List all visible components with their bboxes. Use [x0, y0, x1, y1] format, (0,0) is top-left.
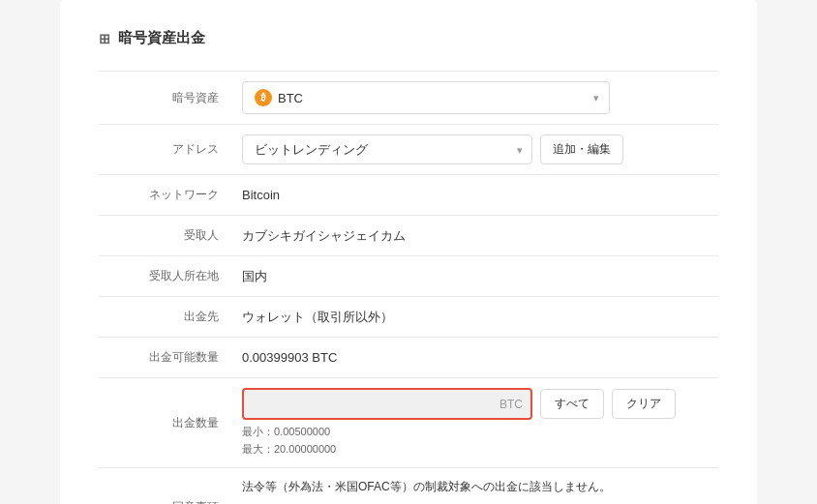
btc-icon: ₿ [255, 89, 272, 106]
label-recipient-location: 受取人所在地 [99, 256, 234, 297]
amount-input-row: BTC すべて クリア [242, 388, 711, 420]
value-crypto: ₿ BTC ▾ [234, 72, 718, 125]
table-row: 出金先 ウォレット（取引所以外） [99, 297, 718, 338]
crypto-arrow-icon: ▾ [593, 92, 599, 104]
label-network: ネットワーク [99, 175, 234, 216]
page-title: ⊞ 暗号資産出金 [99, 29, 718, 47]
value-withdrawal-dest: ウォレット（取引所以外） [234, 297, 718, 338]
label-address: アドレス [99, 125, 234, 175]
min-limit: 最小：0.00500000 [242, 424, 711, 441]
address-select[interactable]: ビットレンディング [242, 134, 532, 164]
crypto-selected-value: BTC [278, 91, 303, 105]
value-recipient-location: 国内 [234, 256, 718, 297]
label-available-amount: 出金可能数量 [99, 338, 234, 378]
label-agree: 同意事項 [99, 468, 234, 504]
form-table: 暗号資産 ₿ BTC ▾ アドレス ビットレンディング [99, 71, 718, 504]
table-row: 受取人 カブシキガイシャジェイカム [99, 216, 718, 256]
value-agree: 法令等（外為法・米国OFAC等）の制裁対象への出金に該当しません。 確約します [234, 468, 718, 504]
crypto-select[interactable]: ₿ BTC ▾ [242, 81, 610, 114]
add-edit-button[interactable]: 追加・編集 [540, 134, 623, 164]
value-recipient: カブシキガイシャジェイカム [234, 216, 718, 256]
clear-button[interactable]: クリア [612, 389, 676, 419]
page-title-text: 暗号資産出金 [118, 29, 205, 47]
label-crypto: 暗号資産 [99, 72, 234, 125]
all-button[interactable]: すべて [540, 389, 604, 419]
table-row: 出金可能数量 0.00399903 BTC [99, 338, 718, 378]
table-row: 出金数量 BTC すべて クリア 最小：0.00500000 最大：20.000… [99, 378, 718, 468]
label-withdrawal-amount: 出金数量 [99, 378, 234, 468]
agree-section: 法令等（外為法・米国OFAC等）の制裁対象への出金に該当しません。 確約します [242, 478, 711, 504]
grid-icon: ⊞ [99, 31, 110, 46]
label-recipient: 受取人 [99, 216, 234, 256]
table-row: 同意事項 法令等（外為法・米国OFAC等）の制裁対象への出金に該当しません。 確… [99, 468, 718, 504]
value-available-amount: 0.00399903 BTC [234, 338, 718, 378]
value-network: Bitcoin [234, 175, 718, 216]
amount-input-wrapper: BTC [242, 388, 532, 420]
amount-limits: 最小：0.00500000 最大：20.00000000 [242, 424, 711, 458]
label-withdrawal-dest: 出金先 [99, 297, 234, 338]
address-row: ビットレンディング ▾ 追加・編集 [242, 134, 711, 164]
address-select-wrapper: ビットレンディング ▾ [242, 134, 532, 164]
table-row: ネットワーク Bitcoin [99, 175, 718, 216]
value-address: ビットレンディング ▾ 追加・編集 [234, 125, 718, 175]
max-limit: 最大：20.00000000 [242, 441, 711, 459]
table-row: 受取人所在地 国内 [99, 256, 718, 297]
table-row: アドレス ビットレンディング ▾ 追加・編集 [99, 125, 718, 175]
value-withdrawal-amount: BTC すべて クリア 最小：0.00500000 最大：20.00000000 [234, 378, 718, 468]
amount-input[interactable] [244, 390, 530, 418]
table-row: 暗号資産 ₿ BTC ▾ [99, 72, 718, 125]
agree-text: 法令等（外為法・米国OFAC等）の制裁対象への出金に該当しません。 [242, 478, 711, 495]
main-container: ⊞ 暗号資産出金 暗号資産 ₿ BTC ▾ アドレス [60, 0, 757, 504]
